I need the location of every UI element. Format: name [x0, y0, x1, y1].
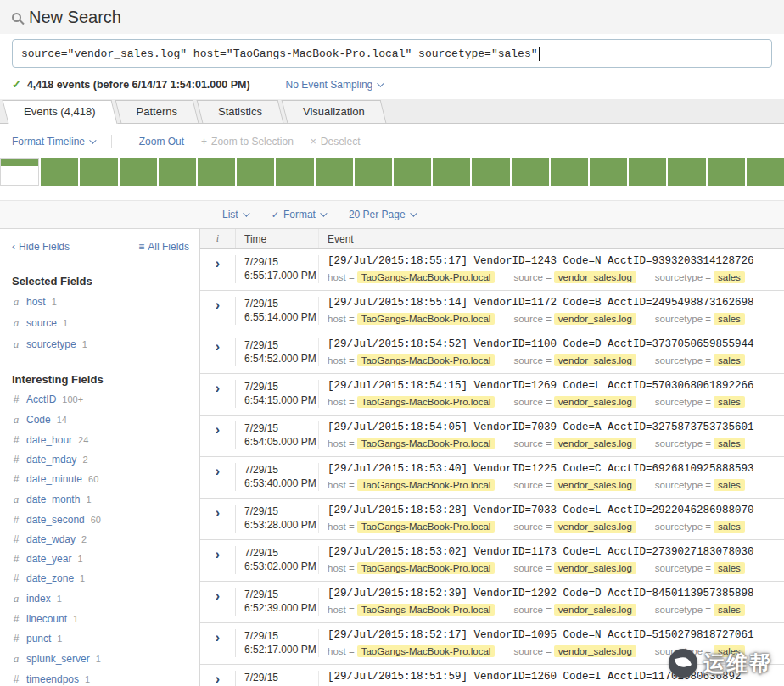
field-value[interactable]: sales — [714, 271, 745, 283]
timeline-bar[interactable] — [512, 158, 549, 186]
field-value[interactable]: TaoGangs-MacBook-Pro.local — [357, 645, 496, 657]
zoom-to-selection-button[interactable]: +Zoom to Selection — [201, 136, 294, 148]
field-value[interactable]: TaoGangs-MacBook-Pro.local — [357, 479, 496, 491]
hide-fields-link[interactable]: ‹Hide Fields — [12, 241, 70, 253]
field-value[interactable]: sales — [714, 521, 745, 533]
field-item-date_month[interactable]: adate_month1 — [12, 493, 189, 506]
field-link[interactable]: date_mday — [26, 454, 76, 466]
tab-statistics[interactable]: Statistics — [198, 99, 283, 123]
field-link[interactable]: date_second — [26, 514, 85, 526]
field-value[interactable]: TaoGangs-MacBook-Pro.local — [357, 354, 496, 366]
search-input[interactable]: source="vendor_sales.log" host="TaoGangs… — [21, 47, 538, 60]
field-value[interactable]: TaoGangs-MacBook-Pro.local — [357, 271, 496, 283]
field-link[interactable]: AcctID — [26, 393, 56, 405]
field-value[interactable]: vendor_sales.log — [554, 604, 636, 616]
expand-chevron-icon[interactable]: › — [216, 258, 220, 270]
per-page-dropdown[interactable]: 20 Per Page — [349, 209, 415, 220]
field-value[interactable]: vendor_sales.log — [554, 271, 636, 283]
tab-events-4-418[interactable]: Events (4,418) — [3, 99, 116, 123]
expand-chevron-icon[interactable]: › — [216, 590, 220, 602]
timeline-bar[interactable] — [590, 158, 627, 186]
field-link[interactable]: linecount — [26, 613, 67, 625]
timeline-chart[interactable] — [0, 158, 784, 186]
event-sampling-dropdown[interactable]: No Event Sampling — [286, 79, 383, 91]
expand-chevron-icon[interactable]: › — [216, 673, 220, 685]
timeline-bar[interactable] — [747, 158, 784, 186]
expand-chevron-icon[interactable]: › — [216, 382, 220, 394]
timeline-bar[interactable] — [668, 158, 705, 186]
event-raw-text[interactable]: [29/Jul/2015:18:53:40] VendorID=1225 Cod… — [328, 463, 784, 475]
event-raw-text[interactable]: [29/Jul/2015:18:54:15] VendorID=1269 Cod… — [328, 380, 784, 392]
tab-patterns[interactable]: Patterns — [116, 99, 198, 123]
field-item-AcctID[interactable]: #AcctID100+ — [12, 393, 189, 405]
expand-chevron-icon[interactable]: › — [216, 466, 220, 477]
field-value[interactable]: sales — [714, 396, 745, 408]
timeline-bar[interactable] — [355, 158, 392, 186]
field-link[interactable]: index — [26, 593, 51, 605]
timeline-bar[interactable] — [80, 158, 117, 186]
timeline-bar[interactable] — [316, 158, 353, 186]
field-item-date_second[interactable]: #date_second60 — [12, 514, 189, 526]
field-item-linecount[interactable]: #linecount1 — [12, 613, 189, 625]
field-item-date_minute[interactable]: #date_minute60 — [12, 473, 189, 485]
timeline-bar[interactable] — [198, 158, 235, 186]
field-value[interactable]: vendor_sales.log — [554, 645, 636, 657]
event-raw-text[interactable]: [29/Jul/2015:18:52:17] VendorID=1095 Cod… — [328, 629, 784, 641]
timeline-bar[interactable] — [433, 158, 470, 186]
field-item-Code[interactable]: aCode14 — [12, 413, 189, 427]
field-item-splunk_server[interactable]: asplunk_server1 — [12, 652, 189, 666]
all-fields-link[interactable]: ≡All Fields — [138, 241, 189, 253]
timeline-bar[interactable] — [629, 158, 666, 186]
field-value[interactable]: TaoGangs-MacBook-Pro.local — [357, 521, 496, 533]
timeline-bar[interactable] — [120, 158, 157, 186]
expand-chevron-icon[interactable]: › — [216, 341, 220, 353]
field-link[interactable]: date_month — [26, 494, 80, 505]
field-item-host[interactable]: ahost1 — [12, 295, 189, 309]
tab-visualization[interactable]: Visualization — [283, 99, 385, 123]
field-link[interactable]: punct — [26, 633, 51, 644]
field-value[interactable]: TaoGangs-MacBook-Pro.local — [357, 562, 496, 574]
field-item-source[interactable]: asource1 — [12, 316, 189, 330]
field-link[interactable]: date_minute — [26, 473, 82, 485]
field-link[interactable]: timeendpos — [26, 673, 79, 685]
timeline-bar[interactable] — [159, 158, 196, 186]
search-bar[interactable]: source="vendor_sales.log" host="TaoGangs… — [12, 39, 772, 68]
field-item-sourcetype[interactable]: asourcetype1 — [12, 337, 189, 351]
field-link[interactable]: host — [26, 296, 46, 308]
field-item-date_mday[interactable]: #date_mday2 — [12, 454, 189, 466]
field-link[interactable]: date_year — [26, 553, 71, 565]
field-value[interactable]: vendor_sales.log — [554, 313, 636, 325]
event-raw-text[interactable]: [29/Jul/2015:18:53:28] VendorID=7033 Cod… — [328, 505, 784, 516]
event-raw-text[interactable]: [29/Jul/2015:18:54:52] VendorID=1100 Cod… — [328, 338, 784, 350]
field-value[interactable]: sales — [714, 604, 745, 616]
timeline-bar[interactable] — [472, 158, 509, 186]
field-item-punct[interactable]: #punct1 — [12, 633, 189, 644]
field-value[interactable]: vendor_sales.log — [554, 438, 636, 449]
field-value[interactable]: vendor_sales.log — [554, 562, 636, 574]
field-value[interactable]: vendor_sales.log — [554, 479, 636, 491]
field-value[interactable]: TaoGangs-MacBook-Pro.local — [357, 438, 496, 449]
field-link[interactable]: date_hour — [26, 434, 72, 446]
zoom-out-button[interactable]: –Zoom Out — [129, 136, 184, 148]
timeline-bar[interactable] — [551, 158, 588, 186]
field-value[interactable]: sales — [714, 479, 745, 491]
field-value[interactable]: vendor_sales.log — [554, 354, 636, 366]
timeline-bar[interactable] — [708, 158, 745, 186]
field-item-date_zone[interactable]: #date_zone1 — [12, 572, 189, 584]
format-dropdown[interactable]: ✓Format — [272, 209, 325, 220]
field-link[interactable]: splunk_server — [26, 653, 90, 665]
timeline-bar[interactable] — [0, 158, 39, 186]
expand-chevron-icon[interactable]: › — [216, 507, 220, 519]
expand-chevron-icon[interactable]: › — [216, 632, 220, 644]
field-value[interactable]: TaoGangs-MacBook-Pro.local — [357, 604, 496, 616]
expand-chevron-icon[interactable]: › — [216, 424, 220, 436]
field-value[interactable]: TaoGangs-MacBook-Pro.local — [357, 313, 496, 325]
timeline-bar[interactable] — [276, 158, 313, 186]
field-value[interactable]: sales — [714, 313, 745, 325]
event-raw-text[interactable]: [29/Jul/2015:18:55:17] VendorID=1243 Cod… — [328, 255, 784, 267]
timeline-bar[interactable] — [237, 158, 274, 186]
format-timeline-dropdown[interactable]: Format Timeline — [12, 136, 94, 148]
field-link[interactable]: date_wday — [26, 533, 76, 545]
event-raw-text[interactable]: [29/Jul/2015:18:54:05] VendorID=7039 Cod… — [328, 421, 784, 433]
field-value[interactable]: sales — [714, 438, 745, 449]
